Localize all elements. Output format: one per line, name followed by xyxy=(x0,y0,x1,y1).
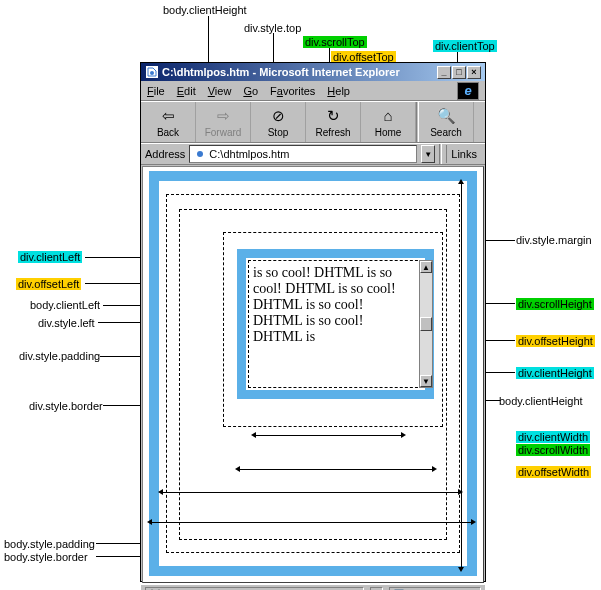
label-div-style-left: div.style.left xyxy=(38,317,95,329)
label-body-clientHeight: body.clientHeight xyxy=(499,395,583,407)
menu-help[interactable]: Help xyxy=(327,85,350,97)
arrow-icon xyxy=(458,179,464,184)
search-button[interactable]: 🔍Search xyxy=(419,102,474,142)
address-value: C:\dhtmlpos.htm xyxy=(209,148,289,160)
back-button[interactable]: ⇦Back xyxy=(141,102,196,142)
browser-window: C:\dhtmlpos.htm - Microsoft Internet Exp… xyxy=(140,62,486,582)
dhtml-positioning-diagram: body.clientHeight div.style.top div.scro… xyxy=(0,0,601,590)
toolbar: ⇦Back ⇨Forward ⊘Stop ↻Refresh ⌂Home 🔍Sea… xyxy=(141,101,485,143)
arrow-icon xyxy=(401,432,406,438)
div-content-text: is so cool! DHTML is so cool! DHTML is s… xyxy=(253,265,403,383)
menu-go[interactable]: Go xyxy=(243,85,258,97)
maximize-button[interactable]: □ xyxy=(452,66,466,79)
minimize-button[interactable]: _ xyxy=(437,66,451,79)
svg-point-1 xyxy=(150,71,154,75)
addressbar: Address C:\dhtmlpos.htm ▼ Links xyxy=(141,143,485,165)
label-div-clientHeight: div.clientHeight xyxy=(516,367,594,379)
refresh-button[interactable]: ↻Refresh xyxy=(306,102,361,142)
window-title: C:\dhtmlpos.htm - Microsoft Internet Exp… xyxy=(162,66,437,78)
label-div-style-padding: div.style.padding xyxy=(19,350,100,362)
label-div-scrollHeight: div.scrollHeight xyxy=(516,298,594,310)
extent-body-clientHeight xyxy=(461,181,462,569)
arrow-icon xyxy=(432,466,437,472)
menu-view[interactable]: View xyxy=(208,85,232,97)
label-body-style-border: body.style.border xyxy=(4,551,88,563)
label-div-clientTop: div.clientTop xyxy=(433,40,497,52)
search-icon: 🔍 xyxy=(437,107,455,125)
label-div-style-margin: div.style.margin xyxy=(516,234,592,246)
close-button[interactable]: × xyxy=(467,66,481,79)
addressbar-separator xyxy=(439,144,442,164)
status-text: Done xyxy=(145,587,364,591)
menu-favorites[interactable]: Favorites xyxy=(270,85,315,97)
home-button[interactable]: ⌂Home xyxy=(361,102,416,142)
arrow-icon xyxy=(235,466,240,472)
label-div-offsetLeft: div.offsetLeft xyxy=(16,278,81,290)
stop-icon: ⊘ xyxy=(269,107,287,125)
ie-logo-icon: e xyxy=(457,82,479,100)
refresh-icon: ↻ xyxy=(324,107,342,125)
arrow-icon xyxy=(147,519,152,525)
titlebar: C:\dhtmlpos.htm - Microsoft Internet Exp… xyxy=(141,63,485,81)
svg-point-3 xyxy=(197,151,203,157)
forward-arrow-icon: ⇨ xyxy=(214,107,232,125)
forward-button[interactable]: ⇨Forward xyxy=(196,102,251,142)
extent-div-clientWidth xyxy=(253,435,403,436)
status-zone: My Computer xyxy=(389,587,481,591)
statusbar: Done My Computer xyxy=(141,584,485,590)
label-div-clientWidth: div.clientWidth xyxy=(516,431,590,443)
menubar: File Edit View Go Favorites Help e xyxy=(141,81,485,101)
menu-edit[interactable]: Edit xyxy=(177,85,196,97)
label-body-style-padding: body.style.padding xyxy=(4,538,95,550)
div-vertical-scrollbar[interactable]: ▲ ▼ xyxy=(419,260,433,388)
arrow-icon xyxy=(471,519,476,525)
address-input[interactable]: C:\dhtmlpos.htm xyxy=(189,145,417,163)
label-div-clientLeft: div.clientLeft xyxy=(18,251,82,263)
home-icon: ⌂ xyxy=(379,107,397,125)
arrow-icon xyxy=(458,567,464,572)
menu-file[interactable]: File xyxy=(147,85,165,97)
label-div-offsetWidth: div.offsetWidth xyxy=(516,466,591,478)
label-div-scrollWidth: div.scrollWidth xyxy=(516,444,590,456)
ie-page-icon xyxy=(193,148,206,161)
extent-body-clientWidth xyxy=(160,492,460,493)
address-label: Address xyxy=(145,148,185,160)
status-security xyxy=(370,587,383,591)
stop-button[interactable]: ⊘Stop xyxy=(251,102,306,142)
scroll-up-button[interactable]: ▲ xyxy=(420,261,432,273)
label-div-scrollTop: div.scrollTop xyxy=(303,36,367,48)
label-body-clientLeft: body.clientLeft xyxy=(30,299,100,311)
ie-page-icon xyxy=(145,66,158,79)
arrow-icon xyxy=(158,489,163,495)
extent-div-offsetWidth xyxy=(237,469,434,470)
address-dropdown-button[interactable]: ▼ xyxy=(421,145,435,163)
arrow-icon xyxy=(251,432,256,438)
extent-body-offsetWidth xyxy=(149,522,473,523)
label-body-clientHeight-top: body.clientHeight xyxy=(163,4,247,16)
back-arrow-icon: ⇦ xyxy=(159,107,177,125)
label-div-style-border: div.style.border xyxy=(29,400,103,412)
scrollbar-thumb[interactable] xyxy=(420,317,432,331)
links-button[interactable]: Links xyxy=(446,145,481,163)
label-div-offsetHeight: div.offsetHeight xyxy=(516,335,595,347)
scroll-down-button[interactable]: ▼ xyxy=(420,375,432,387)
document-viewport: is so cool! DHTML is so cool! DHTML is s… xyxy=(142,166,484,583)
leader xyxy=(85,283,145,284)
